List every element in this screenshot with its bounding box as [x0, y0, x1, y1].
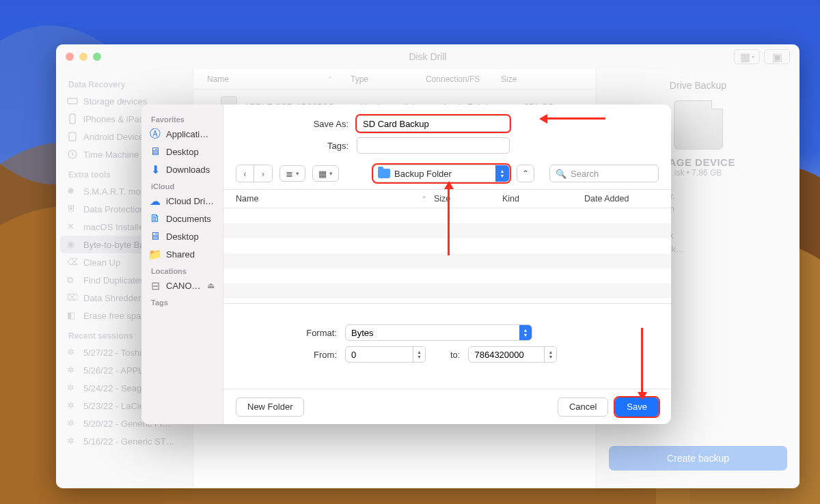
sidebar-item-icloud[interactable]: ☁iCloud Dri…: [141, 192, 223, 210]
svg-rect-0: [68, 98, 77, 104]
cloud-icon: ☁: [150, 195, 161, 206]
col-name[interactable]: Name: [207, 74, 229, 84]
save-sheet: Favorites ⒶApplicati… 🖥Desktop ⬇Download…: [141, 104, 671, 424]
stepper-icon[interactable]: ▲▼: [413, 347, 425, 362]
sidebar-item[interactable]: ✲5/16/22 - Generic ST…: [60, 432, 193, 450]
sidebar-item-desktop2[interactable]: 🖥Desktop: [141, 227, 223, 245]
gear-icon: ✲: [67, 347, 78, 358]
stepper-icon[interactable]: ▲▼: [544, 347, 556, 362]
file-browser-header: Name⌃ Size Kind Date Added: [223, 189, 671, 208]
broom-icon: ⌫: [67, 257, 78, 268]
file-browser-body[interactable]: [223, 208, 671, 304]
col-kind[interactable]: Kind: [502, 194, 584, 204]
svg-rect-1: [70, 114, 75, 124]
search-icon: 🔍: [556, 169, 566, 179]
sidebar-item-desktop[interactable]: 🖥Desktop: [141, 143, 223, 160]
nav-back-forward[interactable]: ‹ ›: [236, 165, 273, 182]
drive-icon: [67, 96, 78, 107]
gear-icon: ✲: [67, 382, 78, 393]
new-folder-button[interactable]: New Folder: [236, 397, 304, 417]
downloads-icon: ⬇: [150, 164, 161, 175]
shredder-icon: ⌦: [67, 292, 78, 303]
drive-icon: ⊟: [150, 280, 161, 291]
window-title: Disk Drill: [56, 51, 800, 62]
cancel-button[interactable]: Cancel: [558, 397, 608, 417]
sheet-main: Save As: Tags: ‹ › ≣▾ ▦▾ Backup Folder ▲…: [223, 104, 671, 424]
sidebar-item-downloads[interactable]: ⬇Downloads: [141, 160, 223, 178]
shared-icon: 📁: [150, 249, 161, 260]
sidebar-item-shared[interactable]: 📁Shared: [141, 245, 223, 263]
col-size[interactable]: Size: [434, 194, 502, 204]
disk-icon: ✕: [67, 221, 78, 232]
save-as-label: Save As:: [236, 119, 348, 129]
format-label: Format:: [248, 328, 337, 338]
duplicates-icon: ⧉: [67, 275, 78, 285]
back-button[interactable]: ‹: [236, 165, 254, 182]
gear-icon: ✲: [67, 400, 78, 411]
desktop-icon: 🖥: [150, 146, 161, 157]
search-field[interactable]: 🔍 Search: [549, 165, 659, 182]
gear-icon: ✲: [67, 418, 78, 429]
sort-caret-icon: ⌃: [422, 195, 427, 202]
sd-card-icon: [674, 100, 723, 150]
tags-input[interactable]: [357, 137, 510, 154]
sort-caret-icon: ⌃: [327, 76, 333, 83]
tags-label: Tags:: [236, 141, 348, 151]
location-popup[interactable]: Backup Folder ▲▼: [373, 165, 510, 182]
sheet-bottom-bar: New Folder Cancel Save: [223, 389, 671, 424]
shield-icon: ⛨: [67, 204, 78, 214]
documents-icon: 🗎: [150, 213, 161, 224]
titlebar: Disk Drill ▦▾ ▣: [56, 44, 800, 69]
col-conn[interactable]: Connection/FS: [426, 74, 501, 84]
sidebar-item-device[interactable]: ⊟CANO…⏏: [141, 277, 223, 294]
path-toolbar: ‹ › ≣▾ ▦▾ Backup Folder ▲▼ ⌃ 🔍 Search: [223, 156, 671, 189]
save-as-input[interactable]: [357, 115, 510, 132]
chevron-updown-icon: ▲▼: [519, 325, 532, 340]
erase-icon: ◧: [67, 310, 78, 321]
smart-icon: ✺: [67, 186, 78, 197]
phone-icon: [67, 113, 78, 124]
app-icon: Ⓐ: [150, 128, 161, 139]
col-name[interactable]: Name: [236, 194, 258, 204]
forward-button[interactable]: ›: [254, 165, 272, 182]
tablet-icon: [67, 131, 78, 142]
view-group-menu[interactable]: ▦▾: [312, 165, 339, 182]
col-date[interactable]: Date Added: [584, 194, 659, 204]
create-backup-button[interactable]: Create backup: [609, 446, 787, 471]
sheet-sidebar: Favorites ⒶApplicati… 🖥Desktop ⬇Download…: [141, 104, 223, 424]
collapse-button[interactable]: ⌃: [517, 165, 534, 182]
sidebar-item-applications[interactable]: ⒶApplicati…: [141, 125, 223, 143]
to-label: to:: [450, 350, 460, 360]
svg-rect-2: [69, 132, 76, 141]
save-button[interactable]: Save: [615, 397, 659, 417]
chevron-updown-icon: ▲▼: [495, 165, 509, 182]
sidebar-item-documents[interactable]: 🗎Documents: [141, 210, 223, 227]
to-stepper[interactable]: 7864320000▲▼: [468, 346, 557, 363]
gear-icon: ✲: [67, 436, 78, 447]
col-type[interactable]: Type: [351, 74, 426, 84]
gear-icon: ✲: [67, 365, 78, 376]
col-size[interactable]: Size: [501, 74, 529, 84]
clock-icon: [67, 149, 78, 160]
eject-icon[interactable]: ⏏: [207, 281, 215, 290]
backup-icon: ◉: [67, 239, 78, 250]
desktop-icon: 🖥: [150, 231, 161, 242]
panel-title: Drive Backup: [609, 80, 787, 91]
view-list-menu[interactable]: ≣▾: [279, 165, 305, 182]
from-stepper[interactable]: 0▲▼: [345, 346, 426, 363]
from-label: From:: [248, 350, 337, 360]
format-popup[interactable]: Bytes ▲▼: [345, 324, 532, 341]
folder-icon: [378, 169, 390, 178]
